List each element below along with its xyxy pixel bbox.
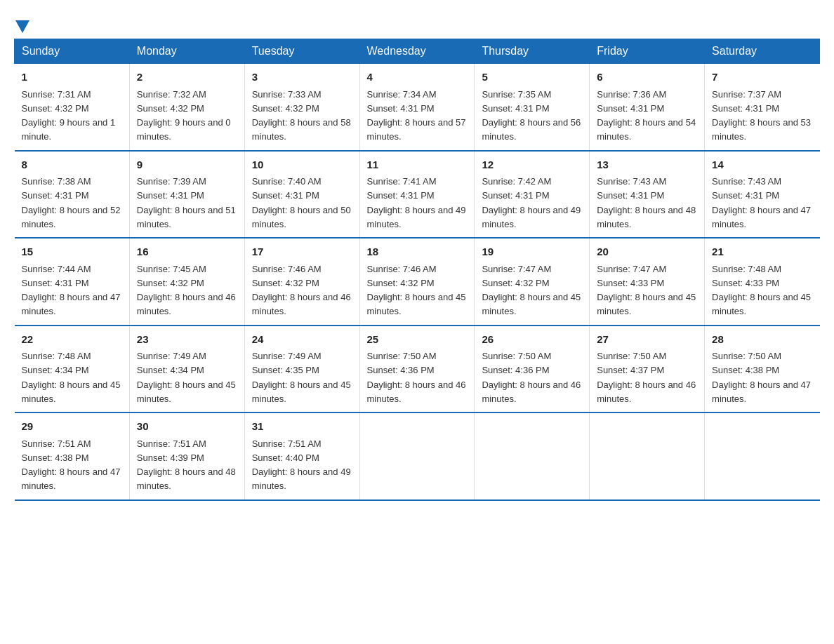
calendar-cell: 30 Sunrise: 7:51 AMSunset: 4:39 PMDaylig… xyxy=(129,412,244,500)
calendar-cell: 9 Sunrise: 7:39 AMSunset: 4:31 PMDayligh… xyxy=(129,151,244,239)
day-info: Sunrise: 7:43 AMSunset: 4:31 PMDaylight:… xyxy=(597,176,696,229)
calendar-header-row: SundayMondayTuesdayWednesdayThursdayFrid… xyxy=(15,39,820,64)
day-info: Sunrise: 7:39 AMSunset: 4:31 PMDaylight:… xyxy=(137,176,236,229)
day-number: 24 xyxy=(252,332,352,348)
day-info: Sunrise: 7:37 AMSunset: 4:31 PMDaylight:… xyxy=(712,89,811,142)
calendar-cell: 4 Sunrise: 7:34 AMSunset: 4:31 PMDayligh… xyxy=(359,64,475,151)
day-number: 18 xyxy=(367,244,468,260)
day-info: Sunrise: 7:45 AMSunset: 4:32 PMDaylight:… xyxy=(137,264,236,317)
calendar-cell: 8 Sunrise: 7:38 AMSunset: 4:31 PMDayligh… xyxy=(15,151,130,239)
day-info: Sunrise: 7:41 AMSunset: 4:31 PMDaylight:… xyxy=(367,176,466,229)
calendar-cell: 29 Sunrise: 7:51 AMSunset: 4:38 PMDaylig… xyxy=(15,412,130,500)
calendar-cell: 21 Sunrise: 7:48 AMSunset: 4:33 PMDaylig… xyxy=(705,238,820,326)
day-info: Sunrise: 7:50 AMSunset: 4:38 PMDaylight:… xyxy=(712,351,811,404)
calendar-cell: 12 Sunrise: 7:42 AMSunset: 4:31 PMDaylig… xyxy=(475,151,590,239)
day-number: 22 xyxy=(22,332,122,348)
calendar-table: SundayMondayTuesdayWednesdayThursdayFrid… xyxy=(14,39,820,501)
calendar-cell: 15 Sunrise: 7:44 AMSunset: 4:31 PMDaylig… xyxy=(15,238,130,326)
day-number: 29 xyxy=(22,419,122,435)
calendar-cell: 26 Sunrise: 7:50 AMSunset: 4:36 PMDaylig… xyxy=(475,326,590,413)
header-monday: Monday xyxy=(129,39,244,64)
day-info: Sunrise: 7:35 AMSunset: 4:31 PMDaylight:… xyxy=(482,89,581,142)
day-info: Sunrise: 7:44 AMSunset: 4:31 PMDaylight:… xyxy=(22,264,121,317)
day-number: 30 xyxy=(137,419,237,435)
day-info: Sunrise: 7:50 AMSunset: 4:37 PMDaylight:… xyxy=(597,351,696,404)
calendar-cell: 19 Sunrise: 7:47 AMSunset: 4:32 PMDaylig… xyxy=(475,238,590,326)
day-info: Sunrise: 7:46 AMSunset: 4:32 PMDaylight:… xyxy=(252,264,351,317)
day-number: 27 xyxy=(597,332,697,348)
day-number: 21 xyxy=(712,244,812,260)
calendar-cell: 31 Sunrise: 7:51 AMSunset: 4:40 PMDaylig… xyxy=(244,412,359,500)
calendar-cell: 7 Sunrise: 7:37 AMSunset: 4:31 PMDayligh… xyxy=(705,64,820,151)
calendar-cell: 14 Sunrise: 7:43 AMSunset: 4:31 PMDaylig… xyxy=(705,151,820,239)
day-number: 28 xyxy=(712,332,812,348)
day-number: 17 xyxy=(252,244,352,260)
day-number: 2 xyxy=(137,69,237,86)
day-number: 6 xyxy=(597,69,697,86)
day-info: Sunrise: 7:32 AMSunset: 4:32 PMDaylight:… xyxy=(137,89,231,142)
page-header xyxy=(14,14,820,32)
calendar-cell xyxy=(475,412,590,500)
calendar-cell: 1 Sunrise: 7:31 AMSunset: 4:32 PMDayligh… xyxy=(15,64,130,151)
day-number: 3 xyxy=(252,69,352,86)
day-number: 19 xyxy=(482,244,582,260)
day-info: Sunrise: 7:47 AMSunset: 4:32 PMDaylight:… xyxy=(482,264,581,317)
day-number: 5 xyxy=(482,69,582,86)
day-number: 4 xyxy=(367,69,468,86)
header-wednesday: Wednesday xyxy=(359,39,475,64)
day-info: Sunrise: 7:38 AMSunset: 4:31 PMDaylight:… xyxy=(22,176,121,229)
day-number: 14 xyxy=(712,157,812,173)
day-info: Sunrise: 7:36 AMSunset: 4:31 PMDaylight:… xyxy=(597,89,696,142)
day-info: Sunrise: 7:50 AMSunset: 4:36 PMDaylight:… xyxy=(482,351,581,404)
calendar-cell xyxy=(590,412,705,500)
header-sunday: Sunday xyxy=(15,39,130,64)
calendar-cell: 13 Sunrise: 7:43 AMSunset: 4:31 PMDaylig… xyxy=(590,151,705,239)
calendar-cell: 20 Sunrise: 7:47 AMSunset: 4:33 PMDaylig… xyxy=(590,238,705,326)
calendar-cell: 27 Sunrise: 7:50 AMSunset: 4:37 PMDaylig… xyxy=(590,326,705,413)
calendar-week-row: 29 Sunrise: 7:51 AMSunset: 4:38 PMDaylig… xyxy=(15,412,820,500)
day-number: 25 xyxy=(367,332,468,348)
header-thursday: Thursday xyxy=(475,39,590,64)
day-number: 11 xyxy=(367,157,468,173)
day-number: 26 xyxy=(482,332,582,348)
day-info: Sunrise: 7:48 AMSunset: 4:33 PMDaylight:… xyxy=(712,264,811,317)
day-number: 23 xyxy=(137,332,237,348)
header-friday: Friday xyxy=(590,39,705,64)
calendar-cell: 22 Sunrise: 7:48 AMSunset: 4:34 PMDaylig… xyxy=(15,326,130,413)
calendar-week-row: 8 Sunrise: 7:38 AMSunset: 4:31 PMDayligh… xyxy=(15,151,820,239)
day-info: Sunrise: 7:43 AMSunset: 4:31 PMDaylight:… xyxy=(712,176,811,229)
day-number: 12 xyxy=(482,157,582,173)
calendar-cell: 3 Sunrise: 7:33 AMSunset: 4:32 PMDayligh… xyxy=(244,64,359,151)
calendar-cell xyxy=(705,412,820,500)
day-info: Sunrise: 7:49 AMSunset: 4:35 PMDaylight:… xyxy=(252,351,351,404)
calendar-cell: 28 Sunrise: 7:50 AMSunset: 4:38 PMDaylig… xyxy=(705,326,820,413)
day-info: Sunrise: 7:51 AMSunset: 4:39 PMDaylight:… xyxy=(137,438,236,492)
calendar-cell: 18 Sunrise: 7:46 AMSunset: 4:32 PMDaylig… xyxy=(359,238,475,326)
calendar-cell: 11 Sunrise: 7:41 AMSunset: 4:31 PMDaylig… xyxy=(359,151,475,239)
day-info: Sunrise: 7:34 AMSunset: 4:31 PMDaylight:… xyxy=(367,89,466,142)
calendar-cell: 6 Sunrise: 7:36 AMSunset: 4:31 PMDayligh… xyxy=(590,64,705,151)
day-number: 16 xyxy=(137,244,237,260)
day-number: 9 xyxy=(137,157,237,173)
logo xyxy=(14,14,29,32)
day-info: Sunrise: 7:40 AMSunset: 4:31 PMDaylight:… xyxy=(252,176,351,229)
day-info: Sunrise: 7:47 AMSunset: 4:33 PMDaylight:… xyxy=(597,264,696,317)
calendar-cell: 23 Sunrise: 7:49 AMSunset: 4:34 PMDaylig… xyxy=(129,326,244,413)
day-info: Sunrise: 7:48 AMSunset: 4:34 PMDaylight:… xyxy=(22,351,121,404)
calendar-cell: 5 Sunrise: 7:35 AMSunset: 4:31 PMDayligh… xyxy=(475,64,590,151)
calendar-week-row: 15 Sunrise: 7:44 AMSunset: 4:31 PMDaylig… xyxy=(15,238,820,326)
day-number: 31 xyxy=(252,419,352,435)
calendar-week-row: 1 Sunrise: 7:31 AMSunset: 4:32 PMDayligh… xyxy=(15,64,820,151)
logo-triangle-icon xyxy=(15,20,29,33)
calendar-cell: 25 Sunrise: 7:50 AMSunset: 4:36 PMDaylig… xyxy=(359,326,475,413)
day-number: 10 xyxy=(252,157,352,173)
calendar-cell xyxy=(359,412,475,500)
day-info: Sunrise: 7:51 AMSunset: 4:40 PMDaylight:… xyxy=(252,438,351,492)
calendar-week-row: 22 Sunrise: 7:48 AMSunset: 4:34 PMDaylig… xyxy=(15,326,820,413)
day-number: 13 xyxy=(597,157,697,173)
calendar-cell: 2 Sunrise: 7:32 AMSunset: 4:32 PMDayligh… xyxy=(129,64,244,151)
day-info: Sunrise: 7:51 AMSunset: 4:38 PMDaylight:… xyxy=(22,438,121,492)
calendar-cell: 24 Sunrise: 7:49 AMSunset: 4:35 PMDaylig… xyxy=(244,326,359,413)
day-number: 8 xyxy=(22,157,122,173)
day-info: Sunrise: 7:49 AMSunset: 4:34 PMDaylight:… xyxy=(137,351,236,404)
